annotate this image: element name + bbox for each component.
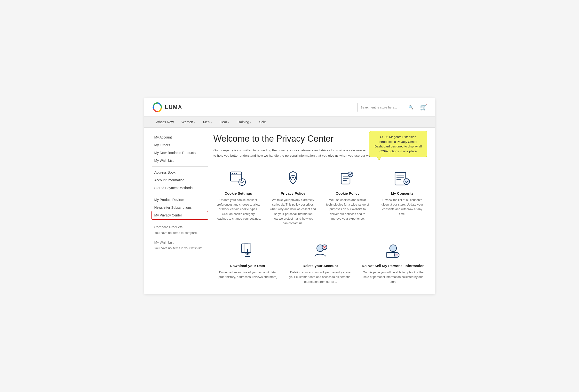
sidebar-divider-2 <box>152 194 208 194</box>
nav-item-gear[interactable]: Gear ▾ <box>216 117 233 127</box>
cookie-settings-desc: Update your cookie consent preferences a… <box>216 198 262 221</box>
sidebar: My Account My Orders My Downloadable Pro… <box>152 133 208 288</box>
chevron-down-icon: ▾ <box>194 121 195 123</box>
compare-products-text: You have no items to compare. <box>152 230 208 236</box>
download-data-icon <box>238 241 257 261</box>
chevron-down-icon: ▾ <box>250 121 251 123</box>
chevron-down-icon: ▾ <box>211 121 212 123</box>
delete-account-title: Delete your Account <box>303 264 338 268</box>
sidebar-item-my-product-reviews[interactable]: My Product Reviews <box>152 196 208 204</box>
main-content: My Account My Orders My Downloadable Pro… <box>144 128 435 294</box>
sidebar-item-account-information[interactable]: Account Information <box>152 176 208 184</box>
ccpa-tooltip-bubble: CCPA Magento Extension introduces a Priv… <box>369 131 427 157</box>
svg-point-5 <box>236 173 237 174</box>
delete-account-icon <box>310 241 330 261</box>
search-box: 🔍 <box>358 103 416 112</box>
header: LUMA 🔍 🛒 <box>144 98 435 117</box>
privacy-content: CCPA Magento Extension introduces a Priv… <box>214 133 427 288</box>
cookie-settings-card[interactable]: Cookie Settings Update your cookie conse… <box>214 165 263 230</box>
search-button[interactable]: 🔍 <box>406 103 416 112</box>
svg-point-28 <box>390 245 396 252</box>
delete-account-card[interactable]: Delete your Account Deleting your accoun… <box>286 237 354 288</box>
sidebar-section-2: Address Book Account Information Stored … <box>152 168 208 192</box>
cookie-policy-desc: We use cookies and similar technologies … <box>325 198 371 221</box>
cookie-settings-title: Cookie Settings <box>225 191 252 195</box>
header-right: 🔍 🛒 <box>358 103 427 112</box>
sidebar-item-my-account[interactable]: My Account <box>152 133 208 141</box>
privacy-policy-desc: We take your privacy extremely seriously… <box>270 198 316 226</box>
cookie-settings-icon <box>228 169 248 188</box>
svg-point-8 <box>292 177 294 178</box>
sidebar-item-my-downloadable-products[interactable]: My Downloadable Products <box>152 149 208 157</box>
logo-text: LUMA <box>165 104 183 111</box>
sidebar-divider-3 <box>152 221 208 221</box>
svg-point-16 <box>404 179 410 184</box>
my-consents-card[interactable]: My Consents Review the list of all conse… <box>377 165 427 230</box>
delete-account-desc: Deleting your account will permanently e… <box>288 270 352 284</box>
chevron-down-icon: ▾ <box>228 121 229 123</box>
my-consents-title: My Consents <box>391 191 414 195</box>
compare-products-title: Compare Products <box>152 223 208 230</box>
sidebar-item-my-wish-list[interactable]: My Wish List <box>152 157 208 165</box>
sidebar-item-newsletter-subscriptions[interactable]: Newsletter Subscriptions <box>152 204 208 211</box>
cart-icon[interactable]: 🛒 <box>420 104 427 111</box>
sidebar-item-my-orders[interactable]: My Orders <box>152 141 208 149</box>
download-data-desc: Download an archive of your account data… <box>216 270 280 280</box>
do-not-sell-desc: On this page you will be able to opt-out… <box>361 270 425 284</box>
download-data-title: Download your Data <box>230 264 265 268</box>
page-wrapper: LUMA 🔍 🛒 What's New Women ▾ Men ▾ Gear ▾… <box>144 98 435 294</box>
cookie-policy-icon <box>338 169 357 188</box>
logo-area: LUMA <box>152 102 183 112</box>
nav-item-whats-new[interactable]: What's New <box>152 117 178 127</box>
privacy-policy-card[interactable]: Privacy Policy We take your privacy extr… <box>268 165 318 230</box>
privacy-grid-bottom: Download your Data Download an archive o… <box>214 237 427 288</box>
privacy-grid-top: Cookie Settings Update your cookie conse… <box>214 165 427 230</box>
download-data-card[interactable]: Download your Data Download an archive o… <box>214 237 282 288</box>
sidebar-section-1: My Account My Orders My Downloadable Pro… <box>152 133 208 165</box>
my-wish-list-title: My Wish List <box>152 238 208 245</box>
privacy-policy-title: Privacy Policy <box>281 191 305 195</box>
sidebar-compare-section: Compare Products You have no items to co… <box>152 223 208 236</box>
my-consents-desc: Review the list of all consents given at… <box>379 198 425 217</box>
svg-point-3 <box>232 173 233 174</box>
sidebar-divider-1 <box>152 166 208 167</box>
sidebar-item-address-book[interactable]: Address Book <box>152 168 208 176</box>
do-not-sell-title: Do Not Sell My Personal Information <box>362 264 425 268</box>
privacy-policy-icon <box>283 169 303 188</box>
do-not-sell-icon <box>383 241 403 261</box>
sidebar-item-my-privacy-center[interactable]: My Privacy Center <box>152 211 208 219</box>
sidebar-section-3: My Product Reviews Newsletter Subscripti… <box>152 196 208 219</box>
my-wish-list-text: You have no items in your wish list. <box>152 245 208 252</box>
cookie-policy-title: Cookie Policy <box>336 191 360 195</box>
nav-item-sale[interactable]: Sale <box>255 117 270 127</box>
sidebar-wishlist-section: My Wish List You have no items in your w… <box>152 238 208 252</box>
svg-point-6 <box>239 179 245 185</box>
nav-item-men[interactable]: Men ▾ <box>199 117 216 127</box>
cookie-policy-card[interactable]: Cookie Policy We use cookies and similar… <box>323 165 373 230</box>
nav-item-training[interactable]: Training ▾ <box>233 117 255 127</box>
my-consents-icon <box>393 169 412 188</box>
do-not-sell-card[interactable]: Do Not Sell My Personal Information On t… <box>359 237 427 288</box>
nav-bar: What's New Women ▾ Men ▾ Gear ▾ Training… <box>144 117 435 128</box>
nav-item-women[interactable]: Women ▾ <box>178 117 199 127</box>
sidebar-item-stored-payment-methods[interactable]: Stored Payment Methods <box>152 184 208 192</box>
search-input[interactable] <box>358 104 406 111</box>
luma-logo-icon <box>152 102 163 112</box>
svg-point-4 <box>234 173 235 174</box>
